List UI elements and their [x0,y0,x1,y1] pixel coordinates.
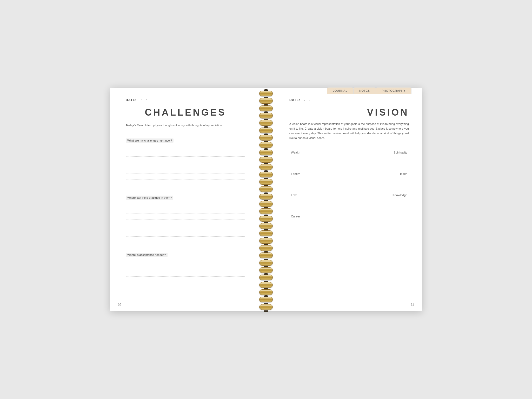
todays-task-text: Interrupt your thoughts of worry with th… [145,124,223,127]
coil-body [259,208,273,214]
coil-clip-bottom [264,310,268,312]
right-date-label: DATE: [289,98,300,102]
coil-body [259,260,273,266]
category-knowledge: Knowledge [349,191,409,212]
coil-body [259,135,273,141]
right-page: JOURNAL NOTES PHOTOGRAPHY DATE: / / VISI… [274,88,422,311]
category-label-knowledge: Knowledge [351,194,407,197]
tab-journal[interactable]: JOURNAL [327,87,353,94]
coil-body [259,172,273,177]
coil-body [259,157,273,163]
right-page-title: VISION [289,107,409,118]
tab-photography[interactable]: PHOTOGRAPHY [376,87,411,94]
category-health: Health [349,170,409,191]
left-date-slot-2[interactable]: / [143,98,147,102]
notebook: DATE: / / CHALLENGES Today's Task: Inter… [110,88,422,311]
coil-body [259,179,273,185]
prompt-lines-2 [126,203,245,237]
coil-body [259,105,273,111]
prompt-1: What are my challenges right now? [126,138,245,179]
category-spirituality: Spirituality [349,148,409,170]
coil-body [259,164,273,170]
coil-body [259,186,273,192]
prompt-lines-1 [126,146,245,179]
prompt-lines-3 [126,261,245,288]
coil-body [259,142,273,148]
coil-body [259,289,273,295]
coil-body [259,245,273,251]
category-label-health: Health [351,172,407,175]
category-career: Career [289,212,349,234]
category-label-family: Family [291,172,348,175]
coil-body [259,267,273,273]
category-empty [349,212,409,234]
category-label-wealth: Wealth [291,151,348,154]
right-date-row: DATE: / / [289,98,409,102]
coil-body [259,113,273,118]
coil-body [259,216,273,222]
tabs-row: JOURNAL NOTES PHOTOGRAPHY [327,87,411,94]
category-family: Family [289,170,349,191]
coil-body [259,238,273,244]
coil-body [259,194,273,200]
prompt-label-1: What are my challenges right now? [126,138,174,143]
category-love: Love [289,191,349,212]
prompt-label-3: Where is acceptance needed? [126,253,168,257]
right-date-slot-3[interactable] [312,98,314,102]
todays-task-label: Today's Task: [126,124,144,127]
category-label-career: Career [291,215,348,218]
prompt-label-2: Where can I find gratitude in them? [126,196,173,200]
coil-body [259,98,273,104]
tab-notes[interactable]: NOTES [353,87,376,94]
right-date-slot-2[interactable]: / [307,98,310,102]
right-page-number: 11 [411,303,414,306]
coil-body [259,275,273,280]
prompt-3: Where is acceptance needed? [126,252,245,288]
category-wealth: Wealth [289,148,349,170]
todays-task: Today's Task: Interrupt your thoughts of… [126,123,245,128]
right-date-slot-1[interactable]: / [302,98,305,102]
coil-body [259,230,273,236]
coil-body [259,128,273,133]
left-date-label: DATE: [126,98,137,102]
left-page: DATE: / / CHALLENGES Today's Task: Inter… [110,88,258,311]
coil-body [259,223,273,229]
spiral-binding [258,88,274,311]
category-label-spirituality: Spirituality [351,151,407,154]
vision-categories: Wealth Spirituality Family Health Love K… [289,148,409,234]
left-date-slot-3[interactable] [148,98,151,102]
coil-body [259,282,273,288]
coil-body [259,297,273,302]
spiral-coil [259,304,273,311]
left-page-number: 10 [118,303,121,306]
left-date-row: DATE: / / [126,98,245,102]
vision-description: A vision board is a visual representatio… [289,122,409,141]
left-date-slot-1[interactable]: / [138,98,142,102]
coil-body [259,91,273,96]
category-label-love: Love [291,194,348,197]
coil-body [259,150,273,155]
coil-body [259,304,273,310]
coil-body [259,201,273,207]
prompt-2: Where can I find gratitude in them? [126,195,245,237]
left-page-title: CHALLENGES [126,107,245,118]
coil-body [259,252,273,258]
coil-body [259,120,273,126]
